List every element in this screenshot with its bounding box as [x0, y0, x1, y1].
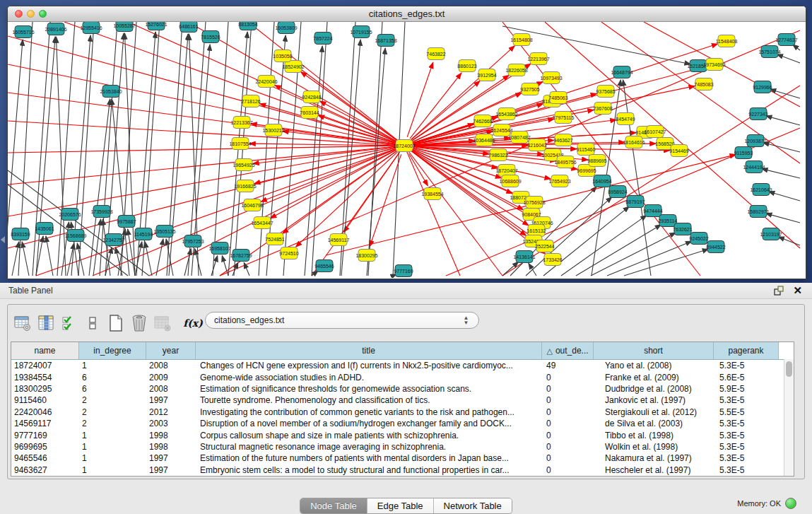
graph-node[interactable]: 11568689	[65, 230, 87, 242]
graph-node[interactable]: 18300295	[355, 250, 377, 262]
graph-node[interactable]: 19166825	[234, 180, 256, 192]
graph-node[interactable]: 13505135	[153, 226, 175, 238]
delete-trash-icon[interactable]	[129, 312, 150, 334]
graph-node[interactable]: 7986322	[488, 149, 507, 161]
graph-node[interactable]: 8454749	[616, 113, 635, 125]
graph-node[interactable]: 18524902	[282, 61, 304, 73]
graph-node[interactable]: 15276021	[145, 22, 167, 30]
table-row[interactable]: 1830029562008Estimation of significance …	[11, 383, 794, 395]
graph-node[interactable]: 14136141	[513, 251, 535, 263]
graph-node[interactable]: 12774637	[775, 34, 797, 46]
graph-node[interactable]: 16543447	[251, 217, 273, 229]
graph-node[interactable]: 7603144	[300, 107, 319, 119]
graph-node[interactable]: 12955416	[80, 22, 102, 34]
graph-node[interactable]: 9154469	[669, 145, 688, 157]
graph-node[interactable]: 11548408	[716, 35, 738, 47]
column-header-short[interactable]: short	[594, 342, 714, 359]
graph-node[interactable]: 6879197	[625, 196, 645, 208]
graph-node[interactable]: 12213367	[230, 117, 252, 129]
graph-node[interactable]: 19734693	[703, 59, 725, 71]
graph-node[interactable]: 16958107	[208, 243, 230, 255]
graph-node[interactable]: 21053840	[100, 86, 122, 98]
graph-node[interactable]: 18720407	[495, 165, 517, 177]
row-height-icon[interactable]	[82, 312, 103, 334]
graph-node[interactable]: 10756928	[523, 197, 545, 209]
graph-node[interactable]: 18164616	[623, 136, 645, 148]
memory-status-indicator[interactable]	[785, 498, 796, 509]
graph-node[interactable]: 9375685	[596, 86, 615, 98]
graph-node[interactable]: 2718126	[241, 95, 260, 107]
close-panel-icon[interactable]: ✕	[793, 284, 802, 296]
graph-node[interactable]: 1035058	[273, 50, 292, 62]
graph-node[interactable]: 16053809	[275, 22, 297, 34]
column-header-out_de[interactable]: △out_de...	[542, 342, 594, 359]
column-header-in_degree[interactable]: in_degree	[79, 342, 146, 359]
graph-node[interactable]: 10719155	[350, 26, 372, 38]
graph-node[interactable]: 16210643	[750, 184, 772, 196]
graph-node[interactable]: 1733426	[543, 254, 562, 266]
graph-node[interactable]: 8813054	[238, 22, 257, 30]
graph-node[interactable]: 9242848	[302, 91, 321, 103]
graph-node[interactable]: 7462668	[473, 115, 492, 127]
graph-node[interactable]: 16154808	[510, 34, 532, 46]
graph-node[interactable]: 16782759	[230, 250, 252, 262]
graph-node[interactable]: 1435061	[35, 223, 54, 235]
scrollbar-thumb[interactable]	[786, 361, 792, 377]
graph-node[interactable]: 2522544	[535, 240, 554, 252]
graph-node[interactable]: 16046798	[241, 199, 263, 211]
graph-node[interactable]: 14569117	[328, 234, 350, 246]
graph-node[interactable]: 12213967	[527, 53, 549, 65]
graph-node[interactable]: 15300213	[262, 124, 284, 136]
table-row[interactable]: 1872400712008Changes of HCN gene express…	[11, 360, 794, 371]
graph-node[interactable]: 17359928	[90, 206, 112, 218]
graph-node[interactable]: 15751074	[758, 46, 780, 58]
table-settings-icon[interactable]	[12, 312, 33, 334]
graph-node[interactable]: 18226058	[505, 64, 527, 76]
graph-hub-node[interactable]: 18724007	[393, 140, 415, 152]
graph-node[interactable]: 16648794	[611, 66, 632, 78]
new-table-icon[interactable]	[105, 312, 126, 334]
graph-node[interactable]: 15892971	[747, 206, 769, 218]
graph-node[interactable]: 17654923	[548, 175, 570, 187]
function-builder-icon[interactable]: f(x)	[182, 312, 204, 334]
graph-node[interactable]: 12103197	[760, 228, 782, 240]
graph-node[interactable]: 1615132	[526, 225, 546, 237]
graph-node[interactable]: 7815526	[201, 31, 220, 43]
graph-node[interactable]: 9129966	[753, 81, 772, 93]
graph-node[interactable]: 10055287	[113, 22, 135, 32]
graph-node[interactable]: 9724510	[279, 247, 298, 259]
column-header-pagerank[interactable]: pagerank	[714, 342, 779, 359]
column-header-name[interactable]: name	[11, 342, 79, 359]
graph-node[interactable]: 8958924	[608, 186, 627, 198]
graph-node[interactable]: 17957253	[182, 235, 204, 247]
graph-node[interactable]: 19384554	[421, 188, 443, 200]
table-row[interactable]: 1456911722003Disruption of a novel membe…	[11, 418, 794, 429]
graph-node[interactable]: 17975115	[553, 112, 575, 124]
graph-node[interactable]: 20891406	[45, 23, 66, 35]
network-canvas[interactable]: 1872400716055716208914061295541610055287…	[8, 22, 804, 278]
select-rows-icon[interactable]	[59, 312, 80, 334]
graph-node[interactable]: 1640954	[592, 175, 611, 187]
graph-node[interactable]: 18495756	[554, 156, 576, 168]
column-chooser-icon[interactable]	[35, 312, 57, 334]
graph-node[interactable]: 3912954	[477, 69, 496, 81]
graph-node[interactable]: 18107554	[229, 138, 251, 150]
column-header-title[interactable]: title	[196, 342, 542, 359]
graph-node[interactable]: 7463822	[426, 48, 445, 60]
graph-node[interactable]: 10364486	[473, 134, 495, 146]
graph-node[interactable]: 16107427	[644, 126, 666, 138]
table-row[interactable]: 911546021997Tourette syndrome. Phenomeno…	[11, 395, 794, 406]
graph-node[interactable]: 19654925	[233, 159, 254, 171]
graph-node[interactable]: 9227343	[748, 108, 767, 120]
graph-node[interactable]: 16055716	[12, 26, 34, 38]
graph-node[interactable]: 9115460	[577, 144, 596, 156]
table-row[interactable]: 977716911998Corpus callosum shape and si…	[11, 429, 794, 440]
column-header-year[interactable]: year	[146, 342, 196, 359]
graph-node[interactable]: 12444194	[743, 161, 765, 173]
graph-node[interactable]: 9889695	[587, 155, 606, 167]
graph-node[interactable]: 8216043	[527, 139, 546, 151]
table-row[interactable]: 946362711997Embryonic stem cells: a mode…	[11, 465, 794, 476]
graph-node[interactable]: 7524851	[265, 233, 284, 245]
graph-node[interactable]: 10807487	[508, 132, 530, 144]
graph-node[interactable]: 22420046	[255, 76, 277, 88]
